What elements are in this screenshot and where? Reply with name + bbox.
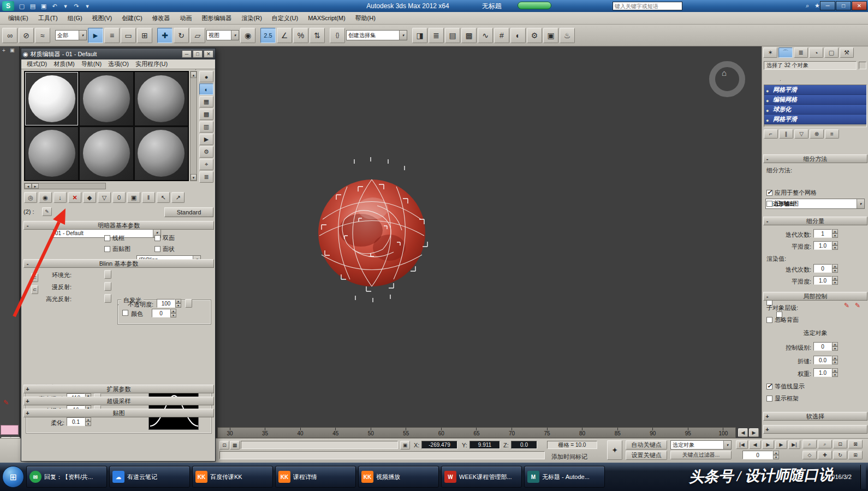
- taskbar-item[interactable]: ☁有道云笔记: [109, 466, 190, 488]
- remove-modifier-icon[interactable]: ⊗: [810, 129, 824, 139]
- visibility-bulb-icon[interactable]: [766, 97, 771, 103]
- visibility-bulb-icon[interactable]: [766, 117, 771, 122]
- me-menu-item[interactable]: 导航(N): [78, 59, 105, 69]
- modifier-stack-item[interactable]: 网格平滑: [764, 85, 866, 95]
- select-by-name-icon[interactable]: ≡: [104, 28, 120, 43]
- face-map-checkbox[interactable]: [104, 246, 110, 252]
- me-menu-item[interactable]: 选项(O): [105, 59, 132, 69]
- sample-scrollbar[interactable]: ▴▾: [190, 71, 197, 181]
- infocenter-search[interactable]: [613, 2, 682, 10]
- viewport-add-icon[interactable]: +: [2, 47, 5, 53]
- sample-slot[interactable]: [134, 127, 188, 181]
- assign-material-to-selection-icon[interactable]: ↓: [53, 192, 67, 203]
- tab-modify-icon[interactable]: ⌒: [778, 47, 793, 58]
- specular-map-button[interactable]: [104, 294, 111, 303]
- wireframe-checkbox[interactable]: [104, 235, 110, 241]
- me-minimize-button[interactable]: ─: [182, 50, 192, 58]
- menu-item[interactable]: 帮助(H): [350, 13, 381, 24]
- apply-to-whole-mesh-checkbox[interactable]: [766, 190, 772, 196]
- sample-slot[interactable]: [79, 127, 133, 181]
- pan-view-icon[interactable]: ✚: [818, 451, 832, 459]
- me-menu-item[interactable]: 材质(M): [50, 59, 78, 69]
- render-smoothness-spinner[interactable]: 1.0: [813, 276, 838, 285]
- play-animation-icon[interactable]: ▶: [762, 440, 774, 449]
- undo-dropdown-icon[interactable]: ▾: [60, 2, 71, 11]
- app-logo-icon[interactable]: S: [2, 1, 14, 11]
- cage-selected-color-swatch[interactable]: [780, 80, 781, 81]
- menu-item[interactable]: 自定义(U): [267, 13, 303, 24]
- modifier-stack-item[interactable]: 球形化: [764, 105, 866, 115]
- rollout-subdivision-amount[interactable]: 细分量: [763, 217, 867, 225]
- save-file-icon[interactable]: ▣: [38, 2, 49, 11]
- menu-item[interactable]: 创建(C): [117, 13, 147, 24]
- timeline-scroll-left-icon[interactable]: ◀: [738, 428, 748, 437]
- video-color-check-icon[interactable]: ▥: [199, 121, 213, 133]
- render-setup-icon[interactable]: ⚙: [527, 28, 542, 43]
- select-and-link-icon[interactable]: ∞: [2, 28, 17, 43]
- new-file-icon[interactable]: ▢: [16, 2, 27, 11]
- rollout-maps[interactable]: 贴图: [23, 409, 214, 417]
- show-end-result-icon[interactable]: ∥: [779, 129, 793, 139]
- visibility-bulb-icon[interactable]: [766, 87, 771, 93]
- self-illumination-color-checkbox[interactable]: [122, 310, 128, 316]
- faceted-checkbox[interactable]: [154, 246, 160, 252]
- configure-modifier-sets-icon[interactable]: ≡: [825, 129, 839, 139]
- start-button[interactable]: ⊞: [2, 466, 24, 488]
- use-center-icon[interactable]: ◉: [240, 28, 255, 43]
- isolate-selection-icon[interactable]: ⊡: [219, 441, 229, 450]
- previous-frame-icon[interactable]: ◀: [749, 440, 761, 449]
- menu-item[interactable]: 工具(T): [33, 13, 63, 24]
- rectangular-region-icon[interactable]: ▭: [121, 28, 136, 43]
- material-type-button[interactable]: Standard: [164, 207, 213, 217]
- maximize-button[interactable]: □: [836, 1, 851, 10]
- set-key-button[interactable]: ✦: [607, 440, 622, 460]
- layer-manager-icon[interactable]: ▤: [445, 28, 460, 43]
- me-menu-item[interactable]: 实用程序(U): [132, 59, 171, 69]
- menu-item[interactable]: 修改器: [147, 13, 175, 24]
- viewport-layout-icon[interactable]: ▣: [10, 47, 15, 53]
- zoom-all-icon[interactable]: ⌕: [818, 440, 832, 448]
- go-to-start-icon[interactable]: |◀: [736, 440, 748, 449]
- show-cage-checkbox[interactable]: [766, 396, 772, 402]
- opacity-spinner[interactable]: 100: [157, 299, 181, 308]
- taskbar-item[interactable]: KK百度传课KK: [192, 466, 273, 488]
- redo-dropdown-icon[interactable]: ▾: [82, 2, 93, 11]
- select-and-scale-icon[interactable]: ▱: [190, 28, 205, 43]
- select-object-icon[interactable]: ►: [88, 28, 103, 43]
- rollout-supersampling[interactable]: 超级采样: [23, 397, 214, 405]
- set-keys-button[interactable]: 设置关键点: [626, 451, 667, 460]
- taskbar-item[interactable]: WWEEK课程管理部...: [441, 466, 522, 488]
- field-of-view-icon[interactable]: ◇: [802, 451, 817, 459]
- iterations-spinner[interactable]: 1: [813, 229, 838, 238]
- reference-coordinate-dropdown[interactable]: 视图: [206, 30, 239, 40]
- menu-item[interactable]: 动画: [175, 13, 197, 24]
- close-button[interactable]: ✕: [852, 1, 867, 10]
- sample-slot[interactable]: [25, 71, 79, 126]
- soften-spinner[interactable]: 0.1: [67, 417, 91, 426]
- zoom-extents-icon[interactable]: ⊡: [833, 440, 847, 448]
- get-material-icon[interactable]: ◎: [24, 192, 37, 203]
- options-icon[interactable]: ⚙: [199, 146, 213, 158]
- tab-create-icon[interactable]: ✶: [763, 47, 777, 58]
- specular-color-swatch[interactable]: [195, 69, 197, 70]
- listener-input-strip[interactable]: [1, 425, 19, 435]
- lock-diffuse-specular-icon[interactable]: ⊂: [31, 285, 38, 294]
- maximize-viewport-icon[interactable]: ⊞: [848, 451, 863, 459]
- tab-display-icon[interactable]: ▢: [824, 47, 839, 58]
- tab-motion-icon[interactable]: ◔: [809, 47, 823, 58]
- weight-spinner[interactable]: 1.0: [813, 368, 838, 377]
- material-editor-titlebar[interactable]: ◉ 材质编辑器 - 01 - Default ─ □ ✕: [21, 49, 215, 59]
- timeline-ruler[interactable]: 3035404550556065707580859095100: [217, 427, 736, 438]
- menu-item[interactable]: 渲染(R): [237, 13, 267, 24]
- visibility-bulb-icon[interactable]: [766, 107, 771, 112]
- go-to-parent-icon[interactable]: ↖: [157, 192, 170, 203]
- subobject-vertex-icon[interactable]: ✎: [844, 302, 849, 309]
- bind-to-space-warp-icon[interactable]: ≈: [35, 28, 50, 43]
- render-iterations-spinner[interactable]: 0: [813, 264, 838, 273]
- curve-editor-icon[interactable]: ∿: [478, 28, 493, 43]
- put-to-library-icon[interactable]: ▽: [98, 192, 111, 203]
- select-and-rotate-icon[interactable]: ↻: [174, 28, 189, 43]
- tab-hierarchy-icon[interactable]: ≣: [794, 47, 808, 58]
- two-sided-checkbox[interactable]: [154, 235, 160, 241]
- tab-utilities-icon[interactable]: ⚒: [840, 47, 854, 58]
